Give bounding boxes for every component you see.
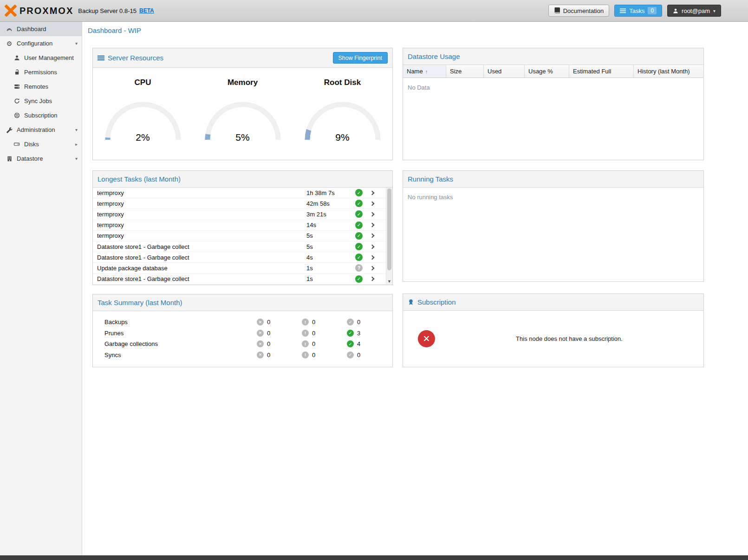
task-status-icon <box>355 232 363 240</box>
task-row[interactable]: Update package database 1s <box>93 263 386 273</box>
scroll-down-button[interactable]: ▼ <box>386 278 392 285</box>
server-resources-panel: Server Resources Show Fingerprint CPU <box>92 48 393 160</box>
column-header-used[interactable]: Used <box>484 65 525 78</box>
chevron-right-icon[interactable] <box>370 190 375 195</box>
error-count: 0 <box>267 330 270 337</box>
task-status-icon <box>355 221 363 229</box>
user-menu-button[interactable]: root@pam ▾ <box>667 5 721 17</box>
datastore-usage-body: No Data <box>403 78 703 160</box>
running-tasks-panel: Running Tasks No running tasks <box>403 170 704 282</box>
ok-count-group: 4 <box>347 340 392 347</box>
wrench-icon <box>6 127 13 133</box>
chevron-right-icon[interactable] <box>370 277 375 281</box>
task-name: termproxy <box>97 200 306 207</box>
summary-row-garbage-collections[interactable]: Garbage collections 0 0 4 <box>104 339 392 350</box>
ribbon-icon <box>408 299 414 306</box>
show-fingerprint-button[interactable]: Show Fingerprint <box>333 52 388 64</box>
sidebar-item-dashboard[interactable]: Dashboard <box>0 22 82 36</box>
no-running-tasks-text: No running tasks <box>403 188 703 207</box>
panel-title: Server Resources <box>108 54 163 62</box>
task-row[interactable]: Datastore store1 - Garbage collect 5s <box>93 241 386 252</box>
sidebar-label: Disks <box>24 141 39 148</box>
summary-row-syncs[interactable]: Syncs 0 0 0 <box>104 350 392 361</box>
unlock-icon <box>13 69 20 75</box>
sidebar-item-subscription[interactable]: Subscription <box>0 108 82 123</box>
running-tasks-header: Running Tasks <box>403 171 703 188</box>
column-header-size[interactable]: Size <box>446 65 484 78</box>
sidebar-item-sync-jobs[interactable]: Sync Jobs <box>0 94 82 108</box>
column-header-usage-percent[interactable]: Usage % <box>525 65 569 78</box>
expand-arrow-icon[interactable]: ▾ <box>75 41 78 46</box>
task-duration: 42m 58s <box>306 200 355 207</box>
hdd-icon <box>13 141 20 147</box>
sidebar-item-remotes[interactable]: Remotes <box>0 79 82 94</box>
task-duration: 3m 21s <box>306 211 355 218</box>
task-row[interactable]: Datastore store1 - Garbage collect 4s <box>93 252 386 263</box>
page-title: Dashboard - WIP <box>88 26 141 34</box>
subscription-message: This node does not have a subscription. <box>435 335 703 342</box>
tasks-button[interactable]: Tasks 0 <box>614 5 662 17</box>
column-header-estimated-full[interactable]: Estimated Full <box>569 65 634 78</box>
ok-count: 0 <box>357 352 360 358</box>
summary-row-prunes[interactable]: Prunes 0 0 3 <box>104 328 392 339</box>
tasks-count-badge: 0 <box>648 7 657 14</box>
error-count-group: 0 <box>257 340 302 347</box>
proxmox-logo[interactable]: PROXMOX <box>5 5 73 17</box>
sidebar-item-configuration[interactable]: ⚙ Configuration ▾ <box>0 36 82 51</box>
user-icon <box>13 55 20 61</box>
expand-arrow-icon[interactable]: ▾ <box>75 156 78 161</box>
beta-link[interactable]: BETA <box>139 7 154 14</box>
error-count-group: 0 <box>257 352 302 358</box>
sidebar-item-datastore[interactable]: Datastore ▾ <box>0 151 82 166</box>
scrollbar-track[interactable]: ▼ <box>386 188 392 285</box>
warning-count: 0 <box>312 352 315 358</box>
task-row[interactable]: termproxy 5s <box>93 231 386 241</box>
column-header-name[interactable]: Name ↑ <box>403 65 446 78</box>
building-icon <box>6 156 13 162</box>
warning-circle-icon <box>302 352 309 358</box>
proxmox-x-icon <box>5 5 17 17</box>
chevron-right-icon[interactable] <box>370 266 375 270</box>
expand-right-arrow-icon[interactable]: ▸ <box>75 142 78 147</box>
sidebar-item-permissions[interactable]: Permissions <box>0 65 82 79</box>
scrollbar-thumb[interactable] <box>387 189 391 270</box>
gauge-label: Root Disk <box>324 78 361 87</box>
expand-arrow-icon[interactable]: ▾ <box>75 127 78 132</box>
task-row[interactable]: termproxy 14s <box>93 220 386 231</box>
sidebar-item-disks[interactable]: Disks ▸ <box>0 137 82 151</box>
chevron-right-icon[interactable] <box>370 223 375 228</box>
sidebar-item-user-management[interactable]: User Management <box>0 51 82 65</box>
brand-wordmark: PROXMOX <box>20 6 73 16</box>
dashboard-content: Server Resources Show Fingerprint CPU <box>82 39 748 367</box>
panel-title: Datastore Usage <box>408 52 460 60</box>
tachometer-icon <box>6 26 13 33</box>
chevron-right-icon[interactable] <box>370 255 375 260</box>
memory-gauge-cell: Memory 5% <box>193 68 293 160</box>
task-row[interactable]: termproxy 3m 21s <box>93 209 386 220</box>
summary-row-backups[interactable]: Backups 0 0 0 <box>104 317 392 328</box>
main-row: Dashboard ⚙ Configuration ▾ User Managem… <box>0 22 748 555</box>
right-column: Datastore Usage Name ↑ Size Used <box>403 48 704 367</box>
chevron-right-icon[interactable] <box>370 234 375 238</box>
column-label: Used <box>488 68 501 75</box>
documentation-button[interactable]: Documentation <box>548 5 609 17</box>
warning-count: 0 <box>312 340 315 347</box>
warning-circle-icon <box>302 340 309 347</box>
task-row[interactable]: termproxy 42m 58s <box>93 198 386 209</box>
datastore-usage-header: Datastore Usage <box>403 48 703 65</box>
chevron-right-icon[interactable] <box>370 244 375 249</box>
warning-circle-icon <box>302 319 309 326</box>
chevron-right-icon[interactable] <box>370 212 375 217</box>
column-header-history[interactable]: History (last Month) <box>634 65 703 78</box>
sidebar-label: Sync Jobs <box>24 98 52 104</box>
longest-tasks-list: termproxy 1h 38m 7s termproxy 42m 58s <box>93 188 392 285</box>
gauge-label: Memory <box>228 78 258 87</box>
task-row[interactable]: Datastore store1 - Garbage collect 1s <box>93 274 386 285</box>
task-row[interactable]: termproxy 1h 38m 7s <box>93 188 386 198</box>
sidebar-item-administration[interactable]: Administration ▾ <box>0 123 82 137</box>
chevron-right-icon[interactable] <box>370 201 375 206</box>
sidebar: Dashboard ⚙ Configuration ▾ User Managem… <box>0 22 82 555</box>
subscription-panel: Subscription ✕ This node does not have a… <box>403 293 704 367</box>
warning-count-group: 0 <box>302 352 347 358</box>
task-duration: 1s <box>306 265 355 272</box>
